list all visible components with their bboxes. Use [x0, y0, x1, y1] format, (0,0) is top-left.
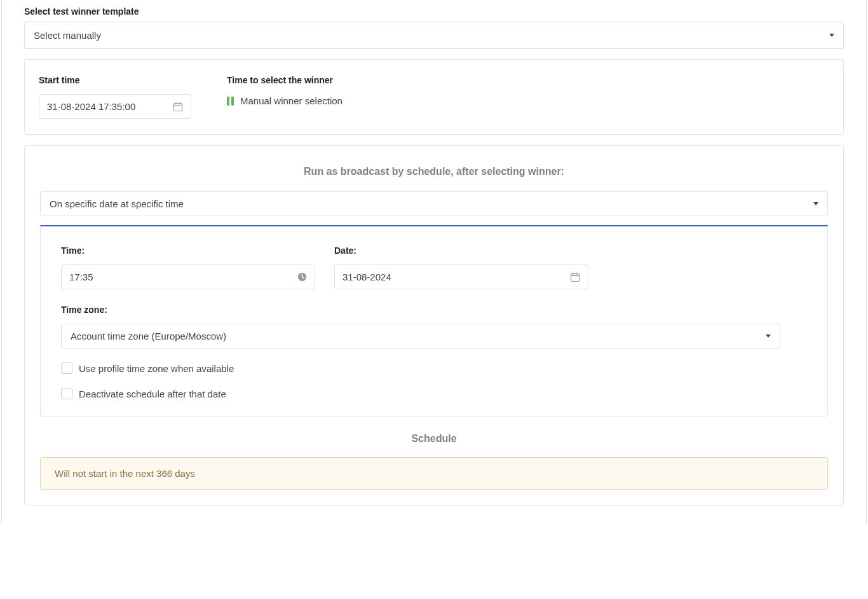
template-select-value: Select manually [34, 30, 101, 41]
chevron-down-icon [813, 202, 818, 205]
pause-icon [227, 97, 234, 106]
calendar-icon [570, 272, 580, 282]
clock-icon [297, 272, 307, 282]
timezone-value: Account time zone (Europe/Moscow) [71, 331, 226, 341]
deactivate-schedule-label: Deactivate schedule after that date [79, 389, 226, 399]
start-settings-card: Start time 31-08-2024 17:35:00 Time to s… [24, 59, 844, 135]
svg-rect-0 [174, 103, 182, 111]
broadcast-heading: Run as broadcast by schedule, after sele… [40, 166, 828, 177]
date-input[interactable]: 31-08-2024 [334, 265, 588, 289]
schedule-type-value: On specific date at specific time [50, 198, 184, 209]
deactivate-schedule-checkbox[interactable] [61, 388, 72, 399]
use-profile-tz-option[interactable]: Use profile time zone when available [61, 362, 807, 374]
timezone-select[interactable]: Account time zone (Europe/Moscow) [61, 324, 780, 348]
date-value: 31-08-2024 [342, 272, 391, 282]
winner-time-label: Time to select the winner [227, 75, 342, 85]
template-select[interactable]: Select manually [24, 22, 844, 49]
time-input[interactable]: 17:35 [61, 265, 315, 289]
start-time-label: Start time [39, 75, 191, 85]
schedule-type-select[interactable]: On specific date at specific time [40, 191, 828, 216]
time-label: Time: [61, 245, 315, 256]
svg-rect-7 [571, 273, 580, 281]
start-time-value: 31-08-2024 17:35:00 [47, 101, 135, 112]
deactivate-schedule-option[interactable]: Deactivate schedule after that date [61, 388, 807, 399]
time-value: 17:35 [69, 272, 93, 282]
use-profile-tz-label: Use profile time zone when available [79, 363, 234, 374]
schedule-section-title: Schedule [40, 433, 828, 444]
schedule-warning-alert: Will not start in the next 366 days [40, 457, 828, 490]
template-select-label: Select test winner template [24, 6, 844, 17]
timezone-label: Time zone: [61, 305, 807, 315]
broadcast-card: Run as broadcast by schedule, after sele… [24, 145, 844, 506]
schedule-panel: Time: 17:35 Date: [40, 225, 828, 417]
chevron-down-icon [829, 34, 834, 37]
winner-mode-text: Manual winner selection [240, 95, 342, 106]
date-label: Date: [334, 245, 588, 256]
chevron-down-icon [766, 334, 771, 338]
schedule-warning-text: Will not start in the next 366 days [55, 468, 195, 479]
calendar-icon [173, 102, 183, 112]
winner-mode-display: Manual winner selection [227, 95, 342, 106]
start-time-input[interactable]: 31-08-2024 17:35:00 [39, 94, 191, 119]
use-profile-tz-checkbox[interactable] [61, 362, 72, 374]
